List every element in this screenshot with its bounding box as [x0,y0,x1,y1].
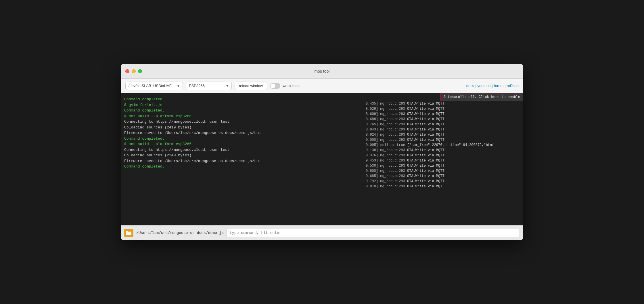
left-console-line: Uploading sources (2419 bytes) [124,125,359,130]
left-console-line: Uploading sources (2249 bytes) [124,153,359,158]
log-line: 8.609] mg_rpc.c:293 OTA.Write via MQTT [366,111,520,117]
wrap-lines-area: wrap lines [270,83,300,89]
left-console-line: Firmware saved to /Users/lsm/src/mongoos… [124,158,359,164]
left-console-panel: Command completed.$ gvim fs/init.jsComma… [121,93,362,225]
wrap-lines-toggle[interactable] [270,83,280,89]
log-line: 9.095] online: true {"ram_free":22976,"u… [366,143,520,148]
port-select-wrapper: /dev/cu.SLAB_USBtoUAF ▼ [125,82,183,90]
autoscroll-banner[interactable]: Autoscroll: off. Click here to enable [440,93,523,101]
folder-svg [126,231,131,235]
maximize-button[interactable] [138,69,142,73]
log-line: 9.530] mg_rpc.c:293 OTA.Write via MQTT [366,163,520,168]
right-log-panel: Autoscroll: off. Click here to enable 8.… [362,93,523,225]
reload-window-button[interactable]: reload window [235,82,267,90]
platform-select[interactable]: ESP8266 [186,82,232,90]
log-line: 9.608] mg_rpc.c:293 OTA.Write via MQTT [366,168,520,174]
log-line: 8.688] mg_rpc.c:293 OTA.Write via MQTT [366,117,520,122]
nav-sep-3: | [505,84,505,88]
project-path: /Users/lsm/src/mongoose-os-docs/demo-js [136,231,224,235]
youtube-link[interactable]: youtube [478,84,491,88]
minimize-button[interactable] [132,69,136,73]
left-console-line: $ mos build --platform esp8266 [124,141,359,147]
nav-links: docs | youtube | forum | mDash [466,84,519,88]
log-line: 8.765] mg_rpc.c:293 OTA.Write via MQTT [366,122,520,127]
wrap-lines-label: wrap lines [283,84,300,88]
left-console-line: Command completed. [124,136,359,142]
close-button[interactable] [125,69,129,73]
log-line: 9.792] mg_rpc.c:293 OTA.Write via MQTT [366,179,520,184]
log-line: 8.529] mg_rpc.c:293 OTA.Write via MQTT [366,106,520,111]
platform-select-wrapper: ESP8266 ▼ [186,82,232,90]
folder-icon[interactable] [124,229,133,237]
left-console-line: Command completed. [124,97,359,102]
log-line: 9.453] mg_rpc.c:293 OTA.Write via MQTT [366,158,520,163]
main-area: Command completed.$ gvim fs/init.jsComma… [121,93,523,225]
forum-link[interactable]: forum [494,84,503,88]
bottom-bar: /Users/lsm/src/mongoose-os-docs/demo-js [121,225,523,240]
left-console-line: Command completed. [124,164,359,170]
log-line: 9.138] mg_rpc.c:293 OTA.Write via MQTT [366,148,520,153]
docs-link[interactable]: docs [466,84,474,88]
log-line: 8.843] mg_rpc.c:293 OTA.Write via MQTT [366,127,520,132]
left-console-line: Connecting to https://mongoose.cloud, us… [124,147,359,153]
titlebar: mos tool [121,64,523,79]
traffic-lights [125,69,142,73]
log-line: 9.870] mg_rpc.c:293 OTA.Write via MQT [366,184,520,189]
left-console-line: Connecting to https://mongoose.cloud, us… [124,119,359,125]
left-console-line: Firmware saved to /Users/lsm/src/mongoos… [124,130,359,136]
command-input[interactable] [227,229,520,237]
log-lines: 8.435] mg_rpc.c:293 OTA.Write via MQTT8.… [362,93,523,193]
toolbar: /dev/cu.SLAB_USBtoUAF ▼ ESP8266 ▼ reload… [121,79,523,93]
nav-sep-1: | [475,84,476,88]
log-line: 9.685] mg_rpc.c:293 OTA.Write via MQTT [366,174,520,179]
log-line: 9.376] mg_rpc.c:293 OTA.Write via MQTT [366,153,520,158]
left-console-line: Command completed. [124,108,359,113]
log-line: 8.924] mg_rpc.c:293 OTA.Write via MQTT [366,132,520,137]
log-line: 9.008] mg_rpc.c:293 OTA.Write via MQTT [366,137,520,143]
left-console-line: $ gvim fs/init.js [124,102,359,108]
window-title: mos tool [315,69,330,74]
mdash-link[interactable]: mDash [507,84,519,88]
app-window: mos tool /dev/cu.SLAB_USBtoUAF ▼ ESP8266… [121,64,523,240]
port-select[interactable]: /dev/cu.SLAB_USBtoUAF [125,82,183,90]
left-console-line: $ mos build --platform esp8266 [124,113,359,119]
nav-sep-2: | [492,84,493,88]
log-line: 8.435] mg_rpc.c:293 OTA.Write via MQTT [366,101,520,106]
